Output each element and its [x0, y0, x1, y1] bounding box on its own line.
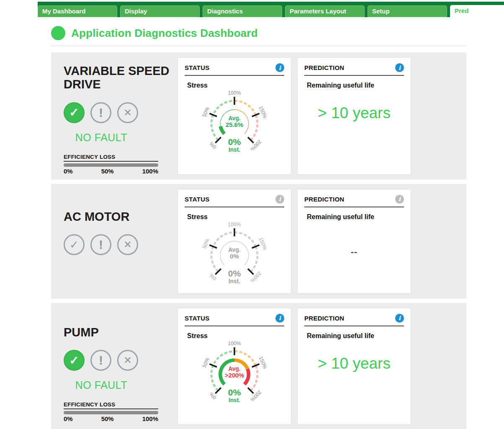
prediction-card: PREDICTION i Remaining useful life > 10 …: [297, 308, 411, 425]
card-title: PREDICTION: [304, 315, 345, 322]
card-title: PREDICTION: [304, 64, 345, 71]
status-card: STATUS i Stress: [177, 308, 291, 425]
check-glyph: ✓: [69, 354, 79, 367]
tab-setup[interactable]: Setup: [368, 5, 447, 17]
prediction-card: PREDICTION i Remaining useful life > 10 …: [297, 57, 411, 175]
check-circle-icon: ✓: [64, 234, 85, 255]
exclamation-circle-icon: !: [90, 234, 111, 255]
inst-value: 0%: [228, 269, 241, 278]
inst-value: 0%: [228, 388, 241, 397]
page-header: Application Diagnostics Dashboard: [51, 26, 466, 46]
panel-ac-motor: AC MOTOR ✓ ! ✕ STATUS i Stress: [51, 184, 466, 299]
stress-gauge: 0% 50% 100% 150% 200% Avg. 25.6% 0% Inst…: [195, 89, 273, 157]
card-header: STATUS i: [185, 63, 284, 76]
tab-bar: My Dashboard Display Diagnostics Paramet…: [38, 2, 504, 17]
device-title: VARIABLE SPEED DRIVE: [64, 64, 172, 91]
inst-label: Inst.: [229, 147, 240, 153]
avg-label: Avg.: [228, 366, 240, 372]
tab-display[interactable]: Display: [120, 5, 200, 17]
tab-my-dashboard[interactable]: My Dashboard: [38, 5, 117, 17]
exclamation-glyph: !: [99, 238, 103, 251]
efficiency-loss-bar: [64, 163, 158, 167]
gauge-progress-arc: [221, 127, 224, 134]
prediction-label: Remaining useful life: [307, 213, 404, 221]
inst-value: 0%: [228, 137, 241, 147]
card-title: STATUS: [185, 64, 210, 71]
efficiency-loss-scale: 0% 50% 100%: [64, 168, 158, 175]
cross-glyph: ✕: [123, 107, 132, 119]
device-summary: PUMP ✓ ! ✕ NO FAULT EFFICIENCY LOSS 0% 5…: [64, 308, 172, 425]
card-title: STATUS: [185, 196, 210, 203]
efficiency-loss-label: EFFICIENCY LOSS: [64, 401, 158, 409]
card-header: STATUS i: [185, 195, 284, 207]
remaining-life-value: --: [304, 247, 404, 257]
svg-text:150%: 150%: [258, 105, 268, 119]
check-circle-icon: ✓: [64, 350, 85, 371]
status-card: STATUS i Stress: [177, 189, 291, 294]
dashboard-panels: VARIABLE SPEED DRIVE ✓ ! ✕ NO FAULT EFFI…: [51, 52, 466, 429]
info-icon[interactable]: i: [275, 195, 284, 204]
prediction-label: Remaining useful life: [307, 82, 404, 89]
tab-diagnostics[interactable]: Diagnostics: [203, 5, 282, 17]
avg-value: >200%: [225, 372, 244, 378]
device-title: AC MOTOR: [64, 210, 172, 223]
svg-text:100%: 100%: [228, 340, 241, 346]
panel-variable-speed-drive: VARIABLE SPEED DRIVE ✓ ! ✕ NO FAULT EFFI…: [51, 52, 466, 180]
scale-tick: 100%: [142, 168, 158, 175]
svg-text:50%: 50%: [201, 106, 211, 118]
device-summary: AC MOTOR ✓ ! ✕: [64, 189, 172, 294]
stress-gauge: 0% 50% 100% 150% 200% Avg. >200% 0% Inst…: [195, 340, 273, 407]
green-dot-icon: [51, 26, 65, 40]
svg-text:100%: 100%: [228, 90, 241, 96]
card-header: PREDICTION i: [304, 314, 404, 326]
status-card: STATUS i Stress: [177, 57, 291, 175]
check-glyph: ✓: [69, 238, 79, 251]
remaining-life-value: > 10 years: [304, 104, 404, 122]
check-circle-icon: ✓: [64, 102, 85, 123]
svg-text:150%: 150%: [258, 355, 268, 370]
exclamation-glyph: !: [99, 106, 103, 119]
metric-label: Stress: [187, 213, 284, 221]
avg-value: 0%: [230, 253, 239, 260]
info-icon[interactable]: i: [395, 314, 404, 323]
exclamation-circle-icon: !: [90, 102, 111, 123]
efficiency-loss-widget: EFFICIENCY LOSS 0% 50% 100%: [64, 154, 158, 175]
device-summary: VARIABLE SPEED DRIVE ✓ ! ✕ NO FAULT EFFI…: [64, 57, 172, 175]
fault-indicator-icons: ✓ ! ✕: [64, 350, 172, 371]
tab-parameters-layout[interactable]: Parameters Layout: [285, 5, 365, 17]
info-icon[interactable]: i: [275, 63, 284, 72]
fault-indicator-icons: ✓ ! ✕: [64, 102, 172, 123]
scale-tick: 50%: [101, 168, 114, 175]
card-header: PREDICTION i: [304, 195, 404, 207]
cross-circle-icon: ✕: [117, 350, 138, 371]
svg-text:150%: 150%: [258, 236, 268, 251]
info-icon[interactable]: i: [275, 314, 284, 323]
card-title: PREDICTION: [304, 196, 345, 203]
efficiency-loss-scale: 0% 50% 100%: [64, 415, 158, 422]
metric-label: Stress: [187, 332, 284, 340]
stress-gauge: 0% 50% 100% 150% 200% Avg. 0% 0% Inst.: [195, 221, 273, 288]
scale-tick: 50%: [101, 415, 114, 422]
avg-value: 25.6%: [226, 121, 243, 128]
avg-label: Avg.: [228, 247, 240, 253]
svg-text:100%: 100%: [228, 222, 241, 227]
fault-indicator-icons: ✓ ! ✕: [64, 234, 172, 255]
cross-circle-icon: ✕: [117, 102, 138, 123]
fault-status-label: NO FAULT: [64, 379, 139, 391]
info-icon[interactable]: i: [395, 195, 404, 204]
prediction-label: Remaining useful life: [307, 332, 404, 340]
efficiency-loss-label: EFFICIENCY LOSS: [64, 154, 158, 162]
check-glyph: ✓: [69, 106, 79, 119]
svg-text:50%: 50%: [201, 238, 211, 249]
exclamation-circle-icon: !: [90, 350, 111, 371]
info-icon[interactable]: i: [395, 63, 404, 72]
scale-tick: 100%: [142, 415, 158, 422]
prediction-card: PREDICTION i Remaining useful life --: [297, 189, 411, 294]
panel-pump: PUMP ✓ ! ✕ NO FAULT EFFICIENCY LOSS 0% 5…: [51, 303, 466, 429]
card-title: STATUS: [185, 315, 210, 322]
efficiency-loss-bar: [64, 411, 158, 414]
svg-text:50%: 50%: [201, 357, 211, 368]
efficiency-loss-widget: EFFICIENCY LOSS 0% 50% 100%: [64, 401, 158, 422]
tab-prediction[interactable]: Pred: [450, 5, 504, 17]
card-header: STATUS i: [185, 314, 284, 326]
